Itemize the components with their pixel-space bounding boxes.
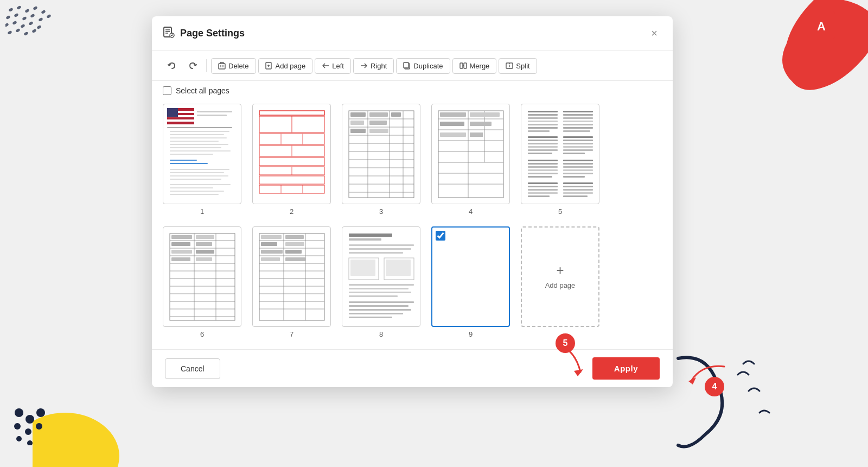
svg-rect-59: [167, 119, 194, 122]
modal-close-button[interactable]: ×: [647, 25, 662, 42]
move-left-button[interactable]: Left: [315, 58, 351, 74]
page-thumb-5[interactable]: [521, 104, 599, 204]
svg-rect-115: [369, 121, 387, 125]
svg-rect-67: [170, 141, 219, 142]
page-item-1[interactable]: 1: [163, 104, 241, 216]
svg-rect-50: [404, 62, 409, 68]
page-thumb-1[interactable]: [163, 104, 241, 204]
svg-rect-240: [349, 305, 409, 307]
select-all-label[interactable]: Select all pages: [176, 86, 229, 95]
svg-rect-151: [528, 140, 558, 141]
pdf-app-icon: A: [807, 11, 835, 39]
svg-rect-75: [170, 172, 224, 173]
svg-rect-114: [350, 121, 364, 125]
svg-rect-154: [563, 143, 593, 144]
page-item-5[interactable]: 5: [521, 104, 599, 216]
svg-rect-225: [285, 257, 306, 261]
svg-rect-141: [528, 121, 558, 122]
split-button[interactable]: Split: [499, 58, 537, 74]
svg-rect-204: [196, 257, 212, 261]
svg-point-2: [24, 9, 29, 13]
select-all-checkbox[interactable]: [163, 86, 171, 95]
svg-rect-233: [350, 260, 375, 276]
page-item-6[interactable]: 6: [163, 226, 241, 338]
svg-rect-219: [285, 235, 304, 239]
svg-rect-158: [563, 149, 593, 151]
page-item-7[interactable]: 7: [252, 226, 331, 338]
undo-button[interactable]: [163, 56, 181, 75]
svg-rect-136: [563, 111, 593, 112]
page-thumb-6[interactable]: [163, 226, 241, 327]
page-thumb-7[interactable]: [252, 226, 331, 327]
svg-rect-239: [349, 301, 414, 303]
page-item-4[interactable]: 4: [431, 104, 510, 216]
apply-button[interactable]: Apply: [592, 357, 660, 380]
page-thumb-2[interactable]: [252, 104, 331, 204]
svg-rect-201: [171, 250, 192, 254]
page-item-2[interactable]: 2: [252, 104, 331, 216]
page-grid: 1: [152, 98, 673, 349]
svg-rect-144: [563, 124, 593, 125]
svg-rect-146: [563, 127, 593, 129]
page-thumb-8[interactable]: [342, 226, 420, 327]
svg-point-24: [25, 415, 34, 424]
svg-point-29: [16, 436, 22, 441]
svg-rect-235: [349, 284, 414, 286]
page-thumb-4[interactable]: [431, 104, 510, 204]
page-item-3[interactable]: 3: [342, 104, 420, 216]
svg-rect-202: [196, 250, 214, 254]
cancel-button[interactable]: Cancel: [165, 358, 220, 379]
svg-rect-130: [440, 122, 464, 126]
duplicate-button[interactable]: Duplicate: [396, 58, 450, 74]
svg-rect-224: [261, 257, 280, 261]
page-item-8[interactable]: 8: [342, 226, 420, 338]
svg-rect-78: [170, 184, 231, 185]
move-right-button[interactable]: Right: [353, 58, 394, 74]
svg-rect-135: [528, 111, 558, 112]
delete-button[interactable]: Delete: [211, 58, 256, 74]
svg-rect-236: [349, 288, 409, 289]
toolbar: Delete Add page Left Right Duplicate Mer…: [152, 51, 673, 81]
page-thumb-9[interactable]: [431, 226, 510, 327]
page-item-9[interactable]: 9: [431, 226, 510, 338]
svg-rect-129: [470, 112, 500, 117]
page-9-checkbox[interactable]: [436, 231, 445, 241]
svg-rect-76: [170, 175, 228, 176]
svg-rect-148: [563, 130, 590, 132]
svg-rect-116: [350, 129, 366, 133]
page-thumb-3[interactable]: [342, 104, 420, 204]
svg-rect-159: [528, 153, 552, 154]
merge-button[interactable]: Merge: [452, 58, 497, 74]
svg-rect-197: [171, 235, 192, 239]
svg-rect-237: [349, 292, 411, 293]
svg-rect-60: [167, 108, 178, 117]
svg-rect-140: [563, 117, 593, 119]
svg-rect-234: [386, 260, 411, 276]
page-num-8: 8: [379, 330, 383, 338]
svg-rect-166: [563, 166, 593, 168]
svg-point-23: [15, 408, 23, 417]
svg-rect-64: [170, 131, 229, 132]
svg-rect-63: [167, 127, 232, 128]
svg-rect-182: [563, 195, 588, 197]
redo-button[interactable]: [183, 56, 202, 75]
add-page-item[interactable]: + Add page: [521, 226, 599, 338]
svg-rect-228: [349, 244, 414, 246]
svg-rect-65: [170, 134, 224, 135]
svg-rect-111: [350, 112, 366, 117]
svg-rect-70: [170, 150, 231, 152]
svg-rect-149: [528, 136, 558, 138]
add-page-thumb[interactable]: + Add page: [521, 226, 599, 327]
svg-rect-142: [563, 121, 593, 122]
add-page-toolbar-button[interactable]: Add page: [258, 58, 313, 74]
svg-rect-73: [170, 163, 208, 164]
svg-point-16: [7, 30, 12, 35]
page-num-1: 1: [200, 207, 204, 216]
svg-rect-243: [349, 317, 392, 318]
svg-rect-162: [563, 160, 593, 161]
svg-point-30: [27, 440, 33, 445]
svg-rect-227: [349, 238, 381, 241]
modal-footer: Cancel Apply: [152, 349, 673, 387]
svg-rect-170: [563, 173, 593, 174]
svg-point-0: [8, 8, 13, 12]
